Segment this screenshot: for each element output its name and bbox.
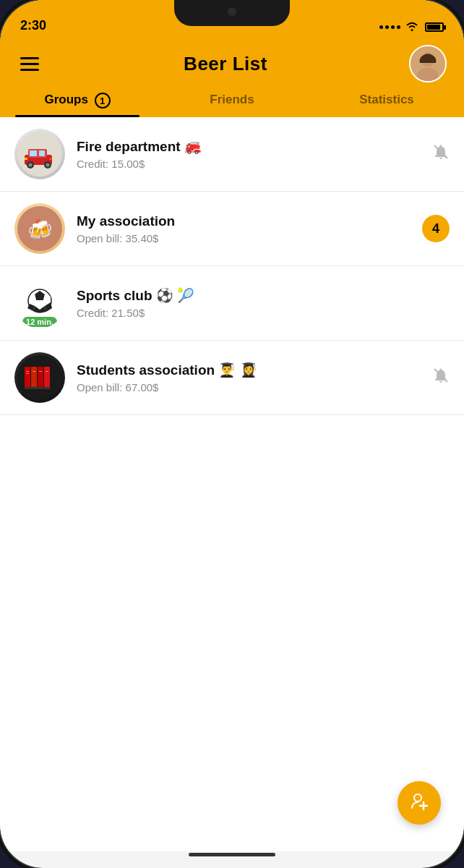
phone-screen: 2:30: [0, 0, 464, 868]
hamburger-menu[interactable]: [17, 54, 42, 74]
group-avatar-students: [14, 352, 65, 403]
group-action-students[interactable]: [432, 367, 450, 388]
group-sub-assoc: Open bill: 35.40$: [77, 232, 413, 244]
fire-dept-image: [14, 129, 65, 179]
signal-dot-1: [379, 25, 383, 29]
students-image: [14, 352, 65, 403]
user-avatar[interactable]: [409, 45, 447, 82]
header: Beer List: [0, 38, 464, 82]
groups-list: Fire department 🚒 Credit: 15.00$: [0, 117, 464, 851]
group-action-assoc[interactable]: 4: [422, 215, 450, 242]
svg-point-40: [414, 794, 421, 801]
svg-rect-31: [38, 367, 43, 388]
list-item[interactable]: 🍻 My association Open bill: 35.40$ 4: [0, 192, 464, 266]
svg-rect-35: [26, 373, 29, 374]
svg-point-11: [29, 163, 33, 167]
hamburger-line-2: [20, 63, 39, 65]
notch: [174, 0, 290, 26]
svg-point-4: [429, 60, 431, 62]
signal-dot-2: [385, 25, 389, 29]
group-info-assoc: My association Open bill: 35.40$: [77, 213, 413, 244]
tab-friends-label: Friends: [210, 93, 254, 106]
svg-rect-38: [46, 371, 48, 372]
svg-rect-36: [33, 371, 35, 372]
home-indicator: [189, 853, 275, 856]
signal-dot-3: [391, 25, 395, 29]
group-name-assoc: My association: [77, 213, 413, 229]
svg-rect-32: [44, 367, 50, 388]
phone-frame: 2:30: [0, 0, 464, 868]
svg-rect-14: [25, 158, 27, 160]
list-item[interactable]: Students association 👨‍🎓 👩‍🎓 Open bill: …: [0, 341, 464, 415]
status-icons: [379, 21, 444, 33]
notification-badge: 4: [422, 215, 450, 242]
add-group-fab[interactable]: [398, 781, 441, 825]
groups-badge: 1: [95, 93, 111, 109]
wifi-icon: [405, 21, 419, 33]
page-title: Beer List: [184, 53, 267, 75]
tab-groups[interactable]: Groups 1: [0, 93, 155, 117]
tabs-bar: Groups 1 Friends Statistics: [0, 82, 464, 117]
group-info-sports: Sports club ⚽ 🎾 Credit: 21.50$: [77, 287, 441, 319]
tab-friends[interactable]: Friends: [155, 93, 309, 117]
bell-muted-icon-2: [432, 367, 450, 388]
svg-rect-34: [26, 371, 29, 372]
group-sub-sports: Credit: 21.50$: [77, 307, 441, 319]
list-item[interactable]: Fire department 🚒 Credit: 15.00$: [0, 117, 464, 192]
hamburger-line-1: [20, 57, 39, 59]
svg-rect-37: [39, 371, 42, 372]
svg-rect-9: [39, 150, 45, 156]
group-sub-students: Open bill: 67.00$: [77, 381, 424, 393]
svg-rect-8: [30, 150, 37, 156]
group-avatar-fire: [14, 129, 65, 179]
group-name-sports: Sports club ⚽ 🎾: [77, 287, 441, 304]
group-name-fire: Fire department 🚒: [77, 138, 424, 155]
svg-text:🍻: 🍻: [27, 218, 53, 242]
status-time: 2:30: [20, 18, 46, 33]
time-badge-sports: 12 min.: [22, 317, 57, 327]
group-action-fire[interactable]: [432, 143, 450, 165]
group-name-students: Students association 👨‍🎓 👩‍🎓: [77, 362, 424, 378]
svg-rect-33: [25, 387, 51, 389]
svg-rect-15: [49, 158, 52, 160]
camera: [228, 7, 236, 16]
svg-rect-30: [31, 367, 37, 388]
group-avatar-assoc: 🍻: [14, 203, 65, 254]
bell-muted-icon: [432, 143, 450, 165]
battery-icon: [425, 22, 444, 32]
tab-groups-label: Groups: [44, 93, 87, 106]
group-info-fire: Fire department 🚒 Credit: 15.00$: [77, 138, 424, 170]
list-item[interactable]: 12 min. Sports club ⚽ 🎾 Credit: 21.50$: [0, 266, 464, 341]
group-avatar-sports: 12 min.: [14, 278, 65, 328]
tab-statistics-label: Statistics: [359, 93, 414, 106]
group-info-students: Students association 👨‍🎓 👩‍🎓 Open bill: …: [77, 362, 424, 393]
hamburger-line-3: [20, 69, 39, 71]
signal-dot-4: [397, 25, 400, 29]
svg-point-13: [46, 163, 50, 167]
group-sub-fire: Credit: 15.00$: [77, 158, 424, 170]
tab-statistics[interactable]: Statistics: [309, 93, 464, 117]
add-user-icon: [409, 791, 429, 815]
svg-rect-29: [25, 367, 30, 388]
signal-dots: [379, 25, 400, 29]
assoc-image: 🍻: [14, 203, 65, 254]
svg-point-3: [424, 60, 426, 62]
avatar-image: [411, 46, 445, 81]
